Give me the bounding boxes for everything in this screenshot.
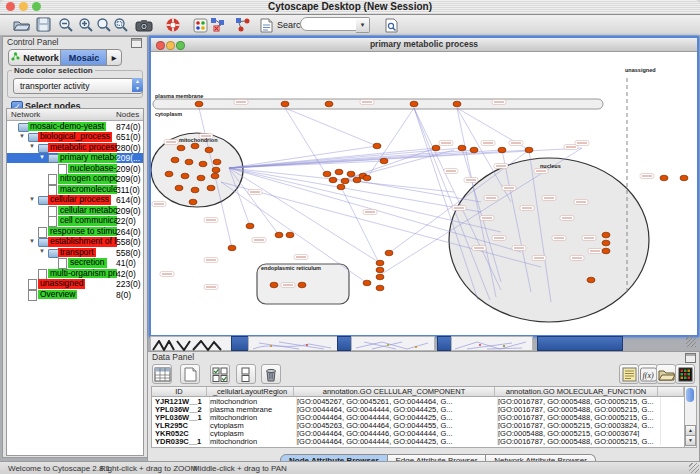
background-window-sliver[interactable] xyxy=(248,336,338,351)
table-cell[interactable]: mitochondrion xyxy=(207,413,297,421)
column-header-3[interactable]: annotation.GO MOLECULAR_FUNCTION xyxy=(495,387,658,397)
graph-node[interactable] xyxy=(189,199,197,205)
network-window-resize-grip[interactable] xyxy=(686,336,696,347)
graph-node[interactable] xyxy=(171,157,179,163)
tree-row-overview[interactable]: Overview8(0) xyxy=(7,289,143,300)
graph-node[interactable] xyxy=(185,159,193,165)
background-window-titlebar[interactable] xyxy=(437,336,452,351)
graph-node[interactable] xyxy=(181,173,189,179)
graph-node[interactable] xyxy=(175,185,183,191)
edge[interactable] xyxy=(346,179,481,202)
graph-node[interactable] xyxy=(228,245,236,251)
tree-row-cellular-process[interactable]: ▼cellular process614(0) xyxy=(7,195,143,206)
tree-row-secretion[interactable]: secretion41(0) xyxy=(7,258,143,269)
tree-row-nucleobase-[interactable]: nucleobase-209(0) xyxy=(7,163,143,174)
graph-node[interactable] xyxy=(207,185,215,191)
zoom-fit-icon[interactable] xyxy=(95,16,113,34)
zoom-selected-icon[interactable] xyxy=(112,16,130,34)
graph-node[interactable] xyxy=(281,101,289,107)
table-cell[interactable]: [GO:0044464, GO:0044446, GO:0044444, G..… xyxy=(294,429,498,437)
graph-node[interactable] xyxy=(212,167,220,173)
graph-node[interactable] xyxy=(376,260,384,266)
graph-node[interactable] xyxy=(373,143,381,149)
table-cell[interactable]: [GO:0044464, GO:0044444, GO:0044425, G..… xyxy=(294,405,498,413)
graph-node[interactable] xyxy=(380,158,388,164)
window-resize-grip[interactable] xyxy=(689,463,699,473)
matrix-icon[interactable] xyxy=(675,364,695,384)
table-cell[interactable]: [GO:0044464, GO:0044444, GO:0044425, G..… xyxy=(294,437,498,445)
table-cell[interactable]: YDR039C__1 xyxy=(152,437,210,445)
background-window-sliver[interactable] xyxy=(351,336,435,351)
graph-node[interactable] xyxy=(275,232,283,238)
table-cell[interactable]: [GO:0016787, GO:0005488, GO:0005215, G..… xyxy=(495,405,661,413)
table-cell[interactable]: [GO:0044464, GO:0044444, GO:0044425, G..… xyxy=(294,413,498,421)
graph-node[interactable] xyxy=(199,161,207,167)
tree-row-multi-organism-pro[interactable]: multi-organism pro42(0) xyxy=(7,268,143,279)
table-cell[interactable]: [GO:0016787, GO:0005215, GO:0003824, G..… xyxy=(495,421,661,429)
table-cell[interactable]: plasma membrane xyxy=(207,405,297,413)
graph-node[interactable] xyxy=(525,147,533,153)
graph-node[interactable] xyxy=(286,232,294,238)
search-input[interactable] xyxy=(300,17,364,31)
tab-mosaic[interactable]: Mosaic xyxy=(60,49,108,66)
graph-node[interactable] xyxy=(363,175,371,181)
background-window-titlebar[interactable] xyxy=(337,336,352,351)
delete-attribute-icon[interactable] xyxy=(261,364,281,384)
help-icon[interactable] xyxy=(164,16,182,34)
tree-row-cellular-metabo[interactable]: cellular metabo209(0) xyxy=(7,205,143,216)
tree-row-cell-communicat[interactable]: cell communicat22(0) xyxy=(7,216,143,227)
open-file-icon[interactable] xyxy=(12,16,30,34)
graph-node[interactable] xyxy=(337,184,345,190)
table-scrollbar[interactable]: ▲ ▼ xyxy=(684,386,697,448)
formula-icon[interactable]: f(x) xyxy=(638,364,658,384)
table-cell[interactable]: YJR121W__1 xyxy=(152,397,210,405)
scroll-down-icon[interactable]: ▼ xyxy=(685,435,696,446)
filter-edges-icon[interactable] xyxy=(234,16,252,34)
column-header-2[interactable]: annotation.GO CELLULAR_COMPONENT xyxy=(294,387,495,397)
background-window-titlebar[interactable] xyxy=(537,336,623,351)
graph-node[interactable] xyxy=(376,285,384,291)
graph-node[interactable] xyxy=(329,177,337,183)
graph-node[interactable] xyxy=(325,101,333,107)
expander-icon[interactable]: ▼ xyxy=(29,238,35,244)
float-panel-icon[interactable] xyxy=(685,353,696,363)
column-header-1[interactable]: _cellularLayoutRegion xyxy=(207,387,294,397)
graph-node[interactable] xyxy=(177,145,185,151)
graph-node[interactable] xyxy=(335,169,343,175)
graph-node[interactable] xyxy=(432,145,440,151)
graph-node[interactable] xyxy=(498,147,506,153)
expander-icon[interactable]: ▼ xyxy=(29,196,35,202)
network-canvas[interactable]: plasma membranecytoplasmmitochondrionnuc… xyxy=(151,52,693,333)
graph-node[interactable] xyxy=(680,175,688,181)
graph-node[interactable] xyxy=(347,171,355,177)
table-cell[interactable]: YLR295C xyxy=(152,421,210,429)
notes-icon[interactable] xyxy=(619,364,639,384)
tree-row-biological-process[interactable]: ▼biological_process651(0) xyxy=(7,132,143,143)
graph-node[interactable] xyxy=(191,143,199,149)
graph-node[interactable] xyxy=(205,147,213,153)
graph-node[interactable] xyxy=(587,277,595,283)
column-header-0[interactable]: ID xyxy=(152,387,207,397)
new-attribute-icon[interactable] xyxy=(180,364,200,384)
tree-row-macromolecule[interactable]: macromolecule311(0) xyxy=(7,184,143,195)
tree-row-mosaic-demo-yeast[interactable]: mosaic-demo-yeast874(0) xyxy=(7,121,143,132)
graph-node[interactable] xyxy=(470,147,478,153)
table-cell[interactable]: cytoplasm xyxy=(207,429,297,437)
table-cell[interactable]: cytoplasm xyxy=(207,421,297,429)
graph-node[interactable] xyxy=(660,175,668,181)
network-window-titlebar[interactable]: primary metabolic process xyxy=(151,38,697,52)
table-mode-icon[interactable] xyxy=(152,364,172,384)
graph-node[interactable] xyxy=(323,171,331,177)
filter-nodes-icon[interactable] xyxy=(209,16,227,34)
graph-node[interactable] xyxy=(270,282,278,288)
graph-node[interactable] xyxy=(458,145,466,151)
graph-node[interactable] xyxy=(213,159,221,165)
tree-row-response-to-stimulu[interactable]: response to stimulu264(0) xyxy=(7,226,143,237)
expander-icon[interactable]: ▼ xyxy=(29,143,35,149)
search-dropdown-icon[interactable]: ▾ xyxy=(356,17,370,33)
table-cell[interactable]: [GO:0016787, GO:0005488, GO:0005215, G..… xyxy=(495,397,661,405)
edge[interactable] xyxy=(367,108,414,178)
tree-row-unassigned[interactable]: unassigned223(0) xyxy=(7,279,143,290)
table-cell[interactable]: [GO:0016787, GO:0005488, GO:0005215, G..… xyxy=(495,437,661,445)
expander-icon[interactable]: ▼ xyxy=(39,154,45,160)
